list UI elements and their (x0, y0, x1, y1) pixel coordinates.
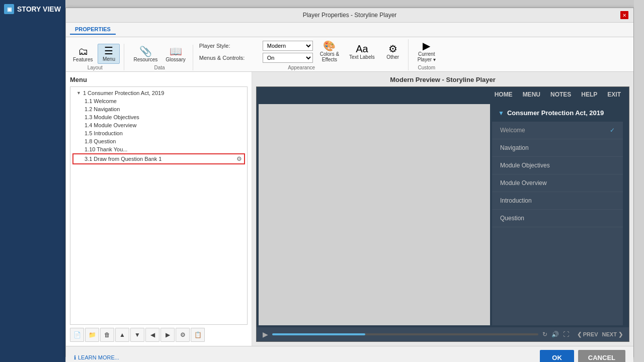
ribbon-layout-group: 🗂 Features ☰ Menu Layout (70, 44, 124, 70)
preview-menu-item-module-overview[interactable]: Module Overview (492, 174, 623, 192)
main-content: Menu ▼ 1 Consumer Protection Act, 2019 1… (66, 72, 633, 346)
learn-more-link[interactable]: ℹ LEARN MORE... (74, 354, 119, 361)
ribbon-content: 🗂 Features ☰ Menu Layout 📎 Resources 📖 (66, 37, 633, 72)
bottom-buttons: OK CANCEL (540, 350, 625, 363)
menu-item-label: 1.8 Question (85, 138, 116, 144)
move-up-button[interactable]: ▲ (115, 328, 129, 342)
progress-bar[interactable] (272, 333, 538, 335)
checkmark-icon: ✓ (610, 127, 615, 134)
preview-nav-help[interactable]: HELP (581, 91, 597, 98)
colors-effects-button[interactable]: 🎨 Colors &Effects (317, 39, 342, 64)
settings-gear-icon: ⚙ (236, 155, 242, 162)
volume-button[interactable]: 🔊 (551, 331, 559, 338)
player-style-select[interactable]: Modern (263, 41, 313, 51)
menu-item-1-8[interactable]: 1.8 Question (72, 137, 245, 145)
menus-controls-select[interactable]: On (263, 53, 313, 63)
properties-tab[interactable]: PROPERTIES (70, 25, 116, 35)
fullscreen-button[interactable]: ⛶ (563, 331, 569, 338)
preview-nav-home[interactable]: HOME (495, 91, 513, 98)
menu-item-module-objectives-label: Module Objectives (500, 162, 550, 169)
menu-item-welcome-label: Welcome (500, 127, 525, 134)
colors-effects-icon: 🎨 (323, 41, 336, 51)
menu-item-1-1[interactable]: 1.1 Welcome (72, 97, 245, 105)
dialog-title: Player Properties - Storyline Player (79, 12, 620, 19)
menu-item-3-1[interactable]: 3.1 Draw from Question Bank 1 ⚙ (72, 153, 245, 164)
menu-item-1-4[interactable]: 1.4 Module Overview (72, 121, 245, 129)
next-button[interactable]: NEXT ❯ (602, 331, 623, 338)
features-button[interactable]: 🗂 Features (70, 45, 96, 64)
preview-body: ▼ Consumer Protection Act, 2019 Welcome … (257, 102, 629, 327)
resources-button[interactable]: 📎 Resources (130, 45, 160, 64)
play-button[interactable]: ▶ (263, 330, 268, 338)
player-style-row: Player Style: Modern (199, 41, 313, 51)
preview-container: HOME MENU NOTES HELP EXIT ▼ Consumer Pro… (256, 86, 629, 342)
indent-right-button[interactable]: ▶ (160, 328, 175, 342)
menu-item-label: 1.5 Introduction (85, 130, 123, 136)
ribbon-appearance-group: Player Style: Modern Menus & Controls: O… (199, 39, 409, 70)
ribbon-tabs: PROPERTIES (66, 23, 633, 37)
dialog-close-button[interactable]: ✕ (620, 11, 628, 19)
preview-menu-header: ▼ Consumer Protection Act, 2019 (492, 104, 623, 122)
menu-settings-button[interactable]: ⚙ (176, 328, 190, 342)
replay-button[interactable]: ↻ (542, 331, 547, 338)
menu-item-1-2[interactable]: 1.2 Navigation (72, 105, 245, 113)
preview-controls: ▶ ↻ 🔊 ⛶ ❮ PREV NEXT ❯ (257, 327, 629, 341)
menu-item-module-overview-label: Module Overview (500, 179, 547, 187)
collapse-arrow-icon[interactable]: ▼ (498, 110, 504, 117)
preview-menu-item-module-objectives[interactable]: Module Objectives (492, 157, 623, 174)
dialog-titlebar: Player Properties - Storyline Player ✕ (66, 8, 633, 23)
glossary-button[interactable]: 📖 Glossary (163, 45, 188, 64)
preview-panel: Modern Preview - Storyline Player HOME M… (252, 72, 633, 346)
other-icon: ⚙ (388, 44, 397, 54)
preview-menu-item-question[interactable]: Question (492, 210, 623, 227)
preview-title: Modern Preview - Storyline Player (256, 76, 629, 83)
text-labels-icon: Aa (356, 44, 368, 54)
other-button[interactable]: ⚙ Other (382, 42, 404, 61)
menu-item-label: 1.10 Thank You... (85, 146, 127, 152)
menu-item-1[interactable]: ▼ 1 Consumer Protection Act, 2019 (72, 89, 245, 97)
menu-item-label: 1.2 Navigation (85, 106, 120, 112)
preview-menu-item-navigation[interactable]: Navigation (492, 139, 623, 157)
menu-toolbar: 📄 📁 🗑 ▲ ▼ ◀ ▶ ⚙ 📋 (70, 328, 248, 342)
new-page-button[interactable]: 📄 (70, 328, 84, 342)
menu-item-label: 3.1 Draw from Question Bank 1 (85, 156, 162, 162)
menu-item-1-10[interactable]: 1.10 Thank You... (72, 145, 245, 153)
current-player-icon: ▶ (423, 41, 430, 51)
text-labels-button[interactable]: Aa Text Labels (346, 42, 378, 61)
preview-menu-item-introduction[interactable]: Introduction (492, 192, 623, 210)
preview-menu-title: Consumer Protection Act, 2019 (507, 109, 604, 117)
preview-scrollbar[interactable] (625, 102, 629, 327)
menu-panel-title: Menu (70, 76, 248, 83)
new-folder-button[interactable]: 📁 (85, 328, 99, 342)
right-sidebar (634, 0, 644, 362)
glossary-icon: 📖 (170, 46, 182, 56)
menu-item-question-label: Question (500, 215, 524, 222)
move-down-button[interactable]: ▼ (130, 328, 144, 342)
preview-nav-buttons: ❮ PREV NEXT ❯ (577, 331, 623, 338)
ok-button[interactable]: OK (540, 350, 574, 363)
menu-item-label: 1.1 Welcome (85, 98, 117, 104)
preview-nav-exit[interactable]: EXIT (607, 91, 621, 98)
story-view-sidebar: ▣ STORY VIEW (0, 0, 65, 362)
ribbon-custom-group: ▶ CurrentPlayer ▾ Custom (415, 39, 443, 70)
menu-item-1-5[interactable]: 1.5 Introduction (72, 129, 245, 137)
menu-item-introduction-label: Introduction (500, 197, 532, 204)
menu-button[interactable]: ☰ Menu (98, 44, 120, 64)
preview-slide-area (259, 104, 490, 325)
preview-topnav: HOME MENU NOTES HELP EXIT (257, 87, 629, 102)
cancel-button[interactable]: CANCEL (578, 350, 625, 363)
menu-list: ▼ 1 Consumer Protection Act, 2019 1.1 We… (70, 86, 248, 325)
preview-nav-notes[interactable]: NOTES (550, 91, 571, 98)
menus-controls-row: Menus & Controls: On (199, 53, 313, 63)
menu-item-1-3[interactable]: 1.3 Module Objectives (72, 113, 245, 121)
menu-export-button[interactable]: 📋 (191, 328, 205, 342)
current-player-button[interactable]: ▶ CurrentPlayer ▾ (415, 39, 439, 64)
preview-nav-menu[interactable]: MENU (523, 91, 540, 98)
prev-button[interactable]: ❮ PREV (577, 331, 598, 338)
ribbon-data-group: 📎 Resources 📖 Glossary Data (130, 45, 193, 70)
delete-button[interactable]: 🗑 (100, 328, 114, 342)
menu-item-navigation-label: Navigation (500, 144, 529, 151)
indent-left-button[interactable]: ◀ (145, 328, 159, 342)
menu-item-label: 1.4 Module Overview (85, 122, 136, 128)
preview-menu-item-welcome[interactable]: Welcome ✓ (492, 122, 623, 139)
